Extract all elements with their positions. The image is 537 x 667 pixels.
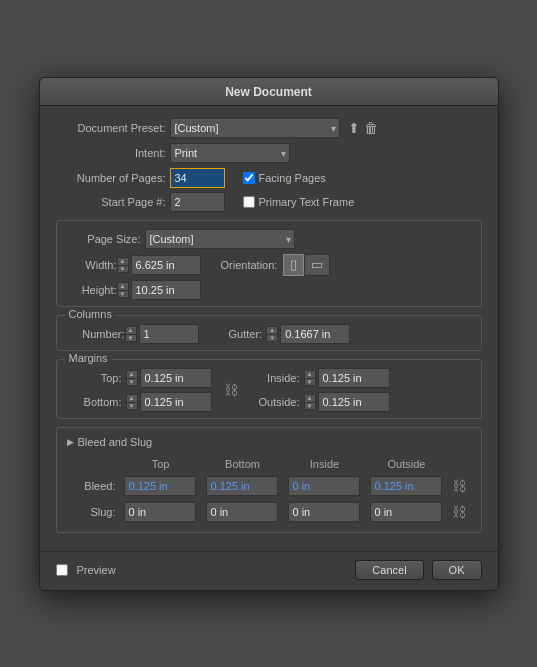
inside-margin-label: Inside:: [250, 372, 300, 384]
slug-sync-icon[interactable]: ⛓: [452, 504, 466, 520]
slug-bottom-input[interactable]: [206, 502, 278, 522]
link-margins-icon[interactable]: ⛓: [220, 382, 242, 398]
inside-margin-input[interactable]: [318, 368, 390, 388]
facing-pages-checkbox[interactable]: [243, 172, 255, 184]
primary-text-frame-label: Primary Text Frame: [259, 196, 355, 208]
gutter-up-arrow[interactable]: ▲: [266, 326, 278, 334]
width-down-arrow[interactable]: ▼: [117, 265, 129, 273]
portrait-button[interactable]: ▯: [283, 254, 304, 276]
slug-outside-input[interactable]: [370, 502, 442, 522]
preset-select[interactable]: [Custom]: [170, 118, 340, 138]
columns-number-label: Number:: [67, 328, 125, 340]
gutter-input[interactable]: [280, 324, 350, 344]
num-pages-input[interactable]: [170, 168, 225, 188]
bleed-sync-icon[interactable]: ⛓: [452, 478, 466, 494]
page-size-select[interactable]: [Custom]: [145, 229, 295, 249]
top-margin-spinner[interactable]: ▲ ▼: [126, 370, 138, 386]
gutter-down-arrow[interactable]: ▼: [266, 334, 278, 342]
inside-margin-spinner[interactable]: ▲ ▼: [304, 370, 316, 386]
orientation-label: Orientation:: [221, 259, 278, 271]
bleed-slug-label: Bleed and Slug: [78, 436, 153, 448]
new-document-dialog: New Document Document Preset: [Custom] ⬆…: [39, 77, 499, 591]
preset-label: Document Preset:: [56, 122, 166, 134]
top-margin-label: Top:: [67, 372, 122, 384]
cancel-button[interactable]: Cancel: [355, 560, 423, 580]
bleed-outside-input[interactable]: [370, 476, 442, 496]
intent-label: Intent:: [56, 147, 166, 159]
col-bottom: Bottom: [203, 456, 283, 472]
col-outside: Outside: [367, 456, 447, 472]
columns-section-label: Columns: [65, 308, 116, 320]
outside-margin-label: Outside:: [250, 396, 300, 408]
start-page-label: Start Page #:: [56, 196, 166, 208]
primary-text-frame-checkbox[interactable]: [243, 196, 255, 208]
outside-margin-spinner[interactable]: ▲ ▼: [304, 394, 316, 410]
preview-checkbox[interactable]: [56, 564, 68, 576]
width-spinner[interactable]: ▲ ▼: [117, 257, 129, 273]
preview-label: Preview: [77, 564, 116, 576]
delete-preset-button[interactable]: 🗑: [362, 120, 380, 136]
width-up-arrow[interactable]: ▲: [117, 257, 129, 265]
height-input[interactable]: [131, 280, 201, 300]
width-input[interactable]: [131, 255, 201, 275]
outside-margin-input[interactable]: [318, 392, 390, 412]
bleed-top-input[interactable]: [124, 476, 196, 496]
save-preset-button[interactable]: ⬆: [346, 120, 362, 136]
gutter-spinner[interactable]: ▲ ▼: [266, 326, 278, 342]
height-down-arrow[interactable]: ▼: [117, 290, 129, 298]
columns-input[interactable]: [139, 324, 199, 344]
bleed-bottom-input[interactable]: [206, 476, 278, 496]
page-size-label: Page Size:: [67, 233, 141, 245]
columns-spinner[interactable]: ▲ ▼: [125, 326, 137, 342]
bottom-margin-label: Bottom:: [67, 396, 122, 408]
collapse-icon: ▶: [67, 437, 74, 447]
slug-inside-input[interactable]: [288, 502, 360, 522]
columns-up-arrow[interactable]: ▲: [125, 326, 137, 334]
top-margin-input[interactable]: [140, 368, 212, 388]
start-page-input[interactable]: [170, 192, 225, 212]
bleed-slug-toggle[interactable]: ▶ Bleed and Slug: [67, 436, 471, 448]
bleed-inside-input[interactable]: [288, 476, 360, 496]
columns-down-arrow[interactable]: ▼: [125, 334, 137, 342]
gutter-label: Gutter:: [229, 328, 263, 340]
bottom-margin-spinner[interactable]: ▲ ▼: [126, 394, 138, 410]
width-label: Width:: [67, 259, 117, 271]
bottom-margin-input[interactable]: [140, 392, 212, 412]
margins-section-label: Margins: [65, 352, 112, 364]
dialog-title: New Document: [40, 78, 498, 106]
col-top: Top: [121, 456, 201, 472]
height-spinner[interactable]: ▲ ▼: [117, 282, 129, 298]
landscape-button[interactable]: ▭: [304, 254, 330, 276]
slug-top-input[interactable]: [124, 502, 196, 522]
preview-row: Preview: [56, 564, 116, 576]
bleed-label: Bleed:: [69, 474, 119, 498]
facing-pages-label: Facing Pages: [259, 172, 326, 184]
slug-label: Slug:: [69, 500, 119, 524]
ok-button[interactable]: OK: [432, 560, 482, 580]
intent-select[interactable]: Print: [170, 143, 290, 163]
num-pages-label: Number of Pages:: [56, 172, 166, 184]
height-up-arrow[interactable]: ▲: [117, 282, 129, 290]
height-label: Height:: [67, 284, 117, 296]
col-inside: Inside: [285, 456, 365, 472]
